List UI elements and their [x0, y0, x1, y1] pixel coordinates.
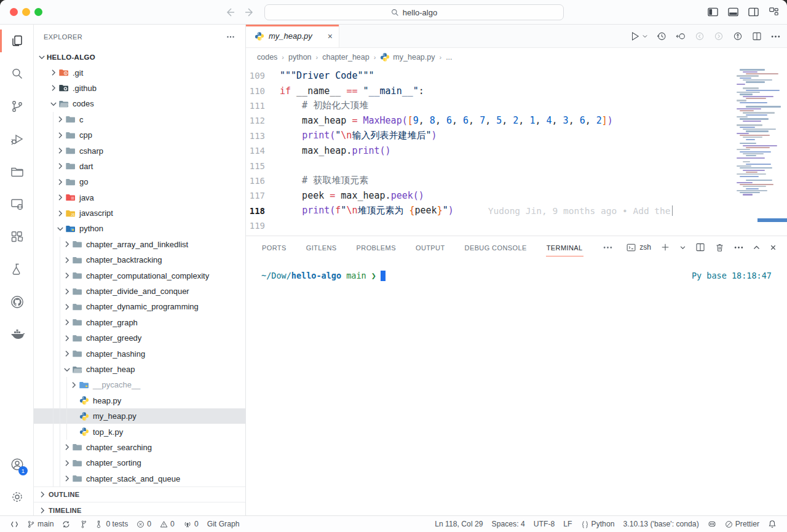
tree-item-chapter-computational-complexity[interactable]: chapter_computational_complexity	[34, 268, 245, 283]
panel-tab-terminal[interactable]: TERMINAL	[546, 239, 583, 256]
git-graph-icon[interactable]	[732, 31, 743, 42]
status-ports[interactable]: 0	[179, 516, 203, 532]
tree-item-c[interactable]: c	[34, 112, 245, 127]
split-editor-icon[interactable]	[751, 31, 762, 42]
tree-item-python[interactable]: python	[34, 221, 245, 236]
tree-item-javascript[interactable]: JSjavascript	[34, 205, 245, 221]
toggle-panel-icon[interactable]	[727, 6, 739, 18]
tree-item--github[interactable]: .github	[34, 81, 245, 96]
status-indentation[interactable]: Spaces: 4	[488, 520, 529, 528]
activity-folder-explorer-icon[interactable]	[0, 155, 34, 188]
code-line-116[interactable]: 116 # 获取堆顶元素	[246, 173, 732, 188]
status-errors[interactable]: 0	[132, 516, 156, 532]
navigate-back-icon[interactable]	[224, 6, 236, 18]
tree-item-chapter-hashing[interactable]: chapter_hashing	[34, 346, 245, 361]
status-git-graph-view[interactable]	[74, 516, 91, 532]
tree-item-codes[interactable]: codes	[34, 96, 245, 111]
breadcrumb-item[interactable]: my_heap.py	[380, 52, 435, 62]
explorer-more-actions-icon[interactable]	[226, 32, 235, 42]
navigate-forward-icon[interactable]	[243, 6, 256, 18]
activity-extensions-icon[interactable]	[0, 220, 34, 253]
tree-item-cpp[interactable]: cpp	[34, 127, 245, 143]
previous-change-icon[interactable]	[694, 31, 705, 42]
terminal[interactable]: ~/Dow/hello-algo main ❯ Py base 18:18:47	[261, 271, 772, 281]
tree-item-heap-py[interactable]: heap.py	[34, 393, 245, 408]
status-git-graph[interactable]: Git Graph	[203, 516, 244, 532]
code-line-109[interactable]: 109"""Driver Code"""	[246, 68, 732, 83]
close-panel-icon[interactable]	[769, 244, 777, 252]
tree-item-chapter-divide-and-conquer[interactable]: chapter_divide_and_conquer	[34, 284, 245, 299]
panel-tab-ports[interactable]: PORTS	[261, 239, 287, 256]
status-copilot[interactable]	[703, 520, 721, 528]
status-cursor-position[interactable]: Ln 118, Col 29	[430, 520, 487, 528]
sidebar-section-outline[interactable]: OUTLINE	[34, 486, 245, 502]
tree-root-hello-algo[interactable]: HELLO-ALGO	[34, 49, 245, 65]
panel-tab-output[interactable]: OUTPUT	[415, 239, 446, 256]
tree-item-chapter-dynamic-programming[interactable]: chapter_dynamic_programming	[34, 299, 245, 314]
breadcrumb-item[interactable]: chapter_heap	[322, 53, 369, 62]
maximize-panel-icon[interactable]	[753, 244, 761, 252]
status-prettier[interactable]: Prettier	[721, 520, 764, 528]
tree-item-chapter-greedy[interactable]: chapter_greedy	[34, 330, 245, 346]
split-terminal-icon[interactable]	[695, 242, 706, 253]
tree-item-chapter-stack-and-queue[interactable]: chapter_stack_and_queue	[34, 471, 245, 486]
panel-tabs-overflow-icon[interactable]	[602, 237, 614, 258]
tree-item-my-heap-py[interactable]: my_heap.py	[34, 408, 245, 424]
tree-item-java[interactable]: java	[34, 190, 245, 205]
toggle-primary-sidebar-icon[interactable]	[707, 6, 719, 18]
panel-tab-problems[interactable]: PROBLEMS	[356, 239, 397, 256]
breadcrumb-item[interactable]: python	[288, 53, 312, 62]
kill-terminal-icon[interactable]	[714, 242, 725, 253]
tree-item--git[interactable]: .git	[34, 65, 245, 80]
activity-source-control-icon[interactable]	[0, 90, 34, 122]
terminal-shell-select[interactable]: zsh	[626, 242, 651, 253]
tree-item-chapter-backtracking[interactable]: chapter_backtracking	[34, 252, 245, 268]
tree-item-chapter-graph[interactable]: chapter_graph	[34, 315, 245, 330]
run-python-icon[interactable]	[630, 31, 648, 42]
next-change-icon[interactable]	[713, 31, 724, 42]
panel-tab-gitlens[interactable]: GITLENS	[306, 239, 338, 256]
activity-run-and-debug-icon[interactable]	[0, 122, 34, 155]
tree-item--pycache-[interactable]: __pycache__	[34, 377, 245, 392]
more-actions-icon[interactable]	[770, 31, 781, 42]
customize-layout-icon[interactable]	[768, 6, 780, 18]
status-warnings[interactable]: 0	[156, 516, 179, 532]
toggle-secondary-sidebar-icon[interactable]	[748, 6, 759, 18]
activity-accounts-icon[interactable]: 1	[0, 448, 34, 480]
tree-item-chapter-sorting[interactable]: chapter_sorting	[34, 455, 245, 470]
status-sync[interactable]	[58, 516, 74, 532]
open-changes-icon[interactable]	[675, 31, 686, 42]
code-line-113[interactable]: 113 print("\n输入列表并建堆后")	[246, 129, 732, 143]
code-line-114[interactable]: 114 max_heap.print()	[246, 143, 732, 158]
activity-settings-icon[interactable]	[0, 480, 34, 513]
code-line-119[interactable]: 119	[246, 218, 732, 233]
code-line-112[interactable]: 112 max_heap = MaxHeap([9, 8, 6, 6, 7, 5…	[246, 113, 732, 128]
tree-item-chapter-searching[interactable]: chapter_searching	[34, 440, 245, 455]
tree-item-top-k-py[interactable]: top_k.py	[34, 424, 245, 439]
status-language-mode[interactable]: Python	[577, 520, 619, 528]
maximize-window-button[interactable]	[34, 8, 42, 16]
tree-item-chapter-array-and-linkedlist[interactable]: chapter_array_and_linkedlist	[34, 237, 245, 252]
code-line-117[interactable]: 117 peek = max_heap.peek()	[246, 188, 732, 203]
code-line-118[interactable]: 118 print(f"\n堆顶元素为 {peek}")Yudong Jin, …	[246, 204, 732, 218]
activity-search-icon[interactable]	[0, 57, 34, 90]
activity-github-icon[interactable]	[0, 285, 34, 318]
activity-docker-icon[interactable]	[0, 318, 34, 351]
minimize-window-button[interactable]	[22, 8, 30, 16]
tab-my-heap-py[interactable]: my_heap.py ×	[246, 25, 339, 47]
status-tests[interactable]: 0 tests	[91, 516, 132, 532]
close-tab-icon[interactable]: ×	[328, 31, 333, 41]
command-center-search[interactable]: hello-algo	[264, 4, 564, 20]
status-encoding[interactable]: UTF-8	[529, 520, 560, 528]
tree-item-dart[interactable]: dart	[34, 159, 245, 174]
code-line-115[interactable]: 115	[246, 158, 732, 173]
activity-testing-icon[interactable]	[0, 253, 34, 285]
code-line-110[interactable]: 110if __name__ == "__main__":	[246, 83, 732, 98]
status-branch[interactable]: main	[23, 516, 58, 532]
code-editor[interactable]: 109"""Driver Code"""110if __name__ == "_…	[246, 66, 732, 240]
close-window-button[interactable]	[10, 8, 18, 16]
launch-profile-dropdown-icon[interactable]	[679, 244, 686, 251]
panel-tab-debug-console[interactable]: DEBUG CONSOLE	[464, 239, 528, 256]
minimap[interactable]	[732, 66, 787, 240]
breadcrumb-item[interactable]: codes	[257, 53, 277, 62]
